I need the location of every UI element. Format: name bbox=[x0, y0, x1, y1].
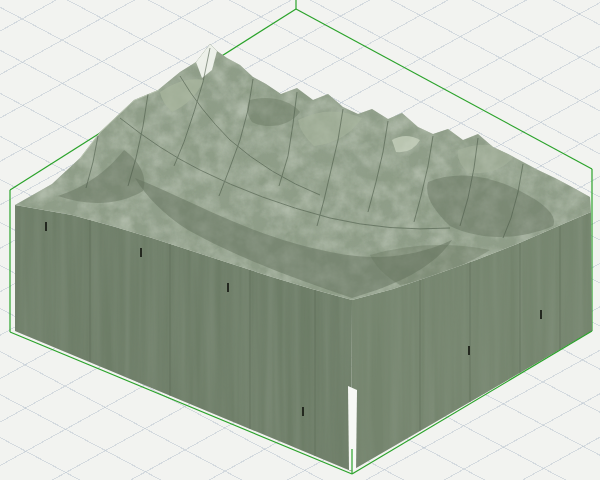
wall-tick bbox=[468, 346, 470, 355]
wall-tick bbox=[540, 310, 542, 319]
wall-tick bbox=[302, 407, 304, 416]
wall-tick bbox=[140, 248, 142, 257]
terrain-model[interactable] bbox=[0, 0, 600, 480]
viewport-3d[interactable] bbox=[0, 0, 600, 480]
wall-tick bbox=[45, 222, 47, 231]
wall-tick bbox=[227, 283, 229, 292]
scene-canvas[interactable] bbox=[0, 0, 600, 480]
